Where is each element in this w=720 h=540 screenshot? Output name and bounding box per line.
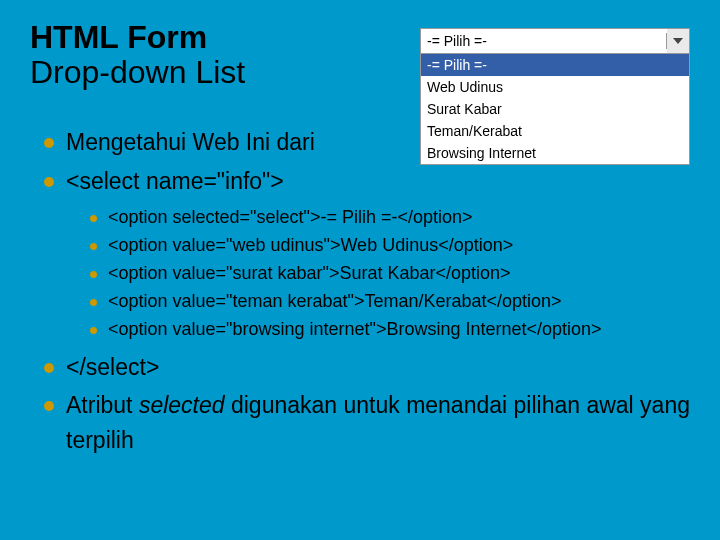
list-item: <option value="teman kerabat">Teman/Kera… <box>90 288 690 316</box>
dropdown-option[interactable]: Web Udinus <box>421 76 689 98</box>
footnote-text: Atribut selected digunakan untuk menanda… <box>66 392 690 453</box>
nested-bullet-text: <option value="teman kerabat">Teman/Kera… <box>108 291 562 311</box>
dropdown-selected-text: -= Pilih =- <box>421 33 667 49</box>
dropdown-option[interactable]: Surat Kabar <box>421 98 689 120</box>
nested-bullet-text: <option value="web udinus">Web Udinus</o… <box>108 235 513 255</box>
nested-bullet-list: <option selected="select">-= Pilih =-</o… <box>66 204 690 343</box>
nested-bullet-text: <option value="browsing internet">Browsi… <box>108 319 602 339</box>
nested-bullet-text: <option value="surat kabar">Surat Kabar<… <box>108 263 511 283</box>
bullet-list: Mengetahui Web Ini dari <select name="in… <box>30 125 690 457</box>
chevron-down-icon[interactable] <box>667 29 689 53</box>
list-item: </select> <box>44 350 690 385</box>
dropdown-option[interactable]: -= Pilih =- <box>421 54 689 76</box>
list-item: <select name="info"> <option selected="s… <box>44 164 690 344</box>
nested-bullet-text: <option selected="select">-= Pilih =-</o… <box>108 207 473 227</box>
bullet-text: Mengetahui Web Ini dari <box>66 129 315 155</box>
list-item: <option value="surat kabar">Surat Kabar<… <box>90 260 690 288</box>
list-item: <option selected="select">-= Pilih =-</o… <box>90 204 690 232</box>
bullet-text: </select> <box>66 354 159 380</box>
list-item: <option value="browsing internet">Browsi… <box>90 316 690 344</box>
dropdown-selected-row[interactable]: -= Pilih =- <box>421 29 689 53</box>
bullet-text: <select name="info"> <box>66 168 284 194</box>
list-item: Atribut selected digunakan untuk menanda… <box>44 388 690 457</box>
list-item: Mengetahui Web Ini dari <box>44 125 690 160</box>
list-item: <option value="web udinus">Web Udinus</o… <box>90 232 690 260</box>
